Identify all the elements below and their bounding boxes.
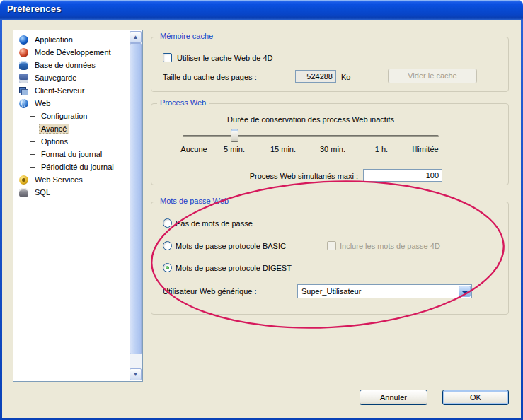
tree-item-label: Application <box>33 35 75 45</box>
web-passwords-group: Mots de passe Web Pas de mots de passe M… <box>151 202 509 315</box>
tree-item-label: Configuration <box>39 111 89 121</box>
tree-item-label: Mode Développement <box>33 47 113 57</box>
tree-item-label: Web <box>33 98 52 108</box>
memory-cache-group: Mémoire cache Utiliser le cache Web de 4… <box>151 37 509 92</box>
preferences-dialog: Préférences Application Mode Développeme… <box>0 0 523 420</box>
generic-user-combobox[interactable]: Super_Utilisateur <box>297 284 472 298</box>
slider-label: Durée de conservation des process Web in… <box>183 115 439 124</box>
backup-icon <box>19 74 28 83</box>
timeout-slider-thumb[interactable] <box>231 129 238 142</box>
no-password-label: Pas de mots de passe <box>176 219 253 228</box>
database-icon <box>19 61 28 70</box>
tree-item-label: Sauvegarde <box>33 73 79 83</box>
dialog-body: Application Mode Développement Base de d… <box>2 20 521 418</box>
basic-password-label: Mots de passe protocole BASIC <box>176 242 286 250</box>
cache-size-label: Taille du cache des pages : <box>163 73 257 81</box>
tree-item-mode-developpement[interactable]: Mode Développement <box>15 46 129 59</box>
tick-1h: 1 h. <box>375 145 388 153</box>
generic-user-label: Utilisateur Web générique : <box>163 287 256 296</box>
group-title-process-web: Process Web <box>157 98 209 107</box>
dash-icon <box>30 116 35 117</box>
digest-password-label: Mots de passe protocole DIGEST <box>176 264 292 272</box>
group-title-mots-de-passe-web: Mots de passe Web <box>157 197 231 205</box>
client-server-icon <box>19 86 28 95</box>
web-icon <box>19 99 28 108</box>
tree-item-web-services[interactable]: Web Services <box>15 173 129 186</box>
web-process-group: Process Web Durée de conservation des pr… <box>151 103 509 185</box>
clear-cache-button[interactable]: Vider le cache <box>388 69 477 83</box>
combo-dropdown-button[interactable] <box>459 286 471 297</box>
timeout-slider-track[interactable] <box>183 135 439 137</box>
tick-illimitee: Illimitée <box>412 145 438 153</box>
dash-icon <box>30 154 35 155</box>
web-services-icon <box>19 175 28 185</box>
tree-item-format-du-journal[interactable]: Format du journal <box>15 148 129 161</box>
no-password-radio[interactable] <box>163 218 172 228</box>
dev-mode-icon <box>19 48 28 57</box>
tree-item-sql[interactable]: SQL <box>15 186 129 199</box>
application-icon <box>19 35 28 45</box>
tick-5min: 5 min. <box>224 145 245 153</box>
tree-item-list: Application Mode Développement Base de d… <box>15 33 129 380</box>
scroll-up-icon[interactable]: ▲ <box>130 31 142 43</box>
sql-icon <box>19 188 28 197</box>
tick-aucune: Aucune <box>180 145 207 153</box>
generic-user-value: Super_Utilisateur <box>301 287 361 296</box>
cache-size-unit: Ko <box>341 73 350 81</box>
tree-item-label: Base de données <box>33 60 98 70</box>
group-title-memoire-cache: Mémoire cache <box>157 32 216 40</box>
tree-item-label: Format du journal <box>39 149 104 159</box>
max-process-label: Process Web simultanés maxi : <box>194 172 358 180</box>
window-title: Préférences <box>7 4 62 14</box>
tree-scrollbar[interactable]: ▲ ▼ <box>130 31 142 380</box>
cancel-button[interactable]: Annuler <box>360 390 427 405</box>
tick-30min: 30 min. <box>320 145 345 153</box>
scroll-down-icon[interactable]: ▼ <box>130 368 142 380</box>
include-4d-passwords-label: Inclure les mots de passe 4D <box>340 242 440 250</box>
max-process-field[interactable] <box>363 169 442 182</box>
tree-item-avance[interactable]: Avancé <box>15 122 129 135</box>
digest-password-radio[interactable] <box>163 263 172 272</box>
tree-item-label: Client-Serveur <box>33 86 86 95</box>
tree-item-periodicite-du-journal[interactable]: Périodicité du journal <box>15 161 129 173</box>
tree-item-label: Web Services <box>33 175 85 185</box>
tree-item-label: SQL <box>33 187 52 197</box>
tree-item-sauvegarde[interactable]: Sauvegarde <box>15 71 129 84</box>
tree-item-application[interactable]: Application <box>15 33 129 46</box>
scrollbar-thumb[interactable] <box>130 43 142 354</box>
use-web-cache-label: Utiliser le cache Web de 4D <box>177 54 273 62</box>
tree-item-label: Périodicité du journal <box>39 162 116 172</box>
tree-item-label-selected: Avancé <box>39 124 69 134</box>
tree-item-options[interactable]: Options <box>15 135 129 148</box>
tick-15min: 15 min. <box>270 145 296 153</box>
tree-item-client-serveur[interactable]: Client-Serveur <box>15 84 129 97</box>
title-bar[interactable]: Préférences <box>0 0 523 20</box>
chevron-down-icon <box>462 291 468 297</box>
dash-icon <box>30 129 35 129</box>
preferences-tree: Application Mode Développement Base de d… <box>13 30 143 382</box>
dash-icon <box>30 141 35 142</box>
include-4d-passwords-checkbox[interactable] <box>327 241 336 250</box>
use-web-cache-checkbox[interactable] <box>163 53 172 62</box>
tree-item-configuration[interactable]: Configuration <box>15 110 129 122</box>
dash-icon <box>30 167 35 168</box>
tree-item-label: Options <box>39 136 70 146</box>
tree-item-base-de-donnees[interactable]: Base de données <box>15 59 129 71</box>
basic-password-radio[interactable] <box>163 241 172 250</box>
ok-button[interactable]: OK <box>442 390 509 405</box>
tree-item-web[interactable]: Web <box>15 97 129 110</box>
cache-size-field[interactable] <box>295 70 336 83</box>
